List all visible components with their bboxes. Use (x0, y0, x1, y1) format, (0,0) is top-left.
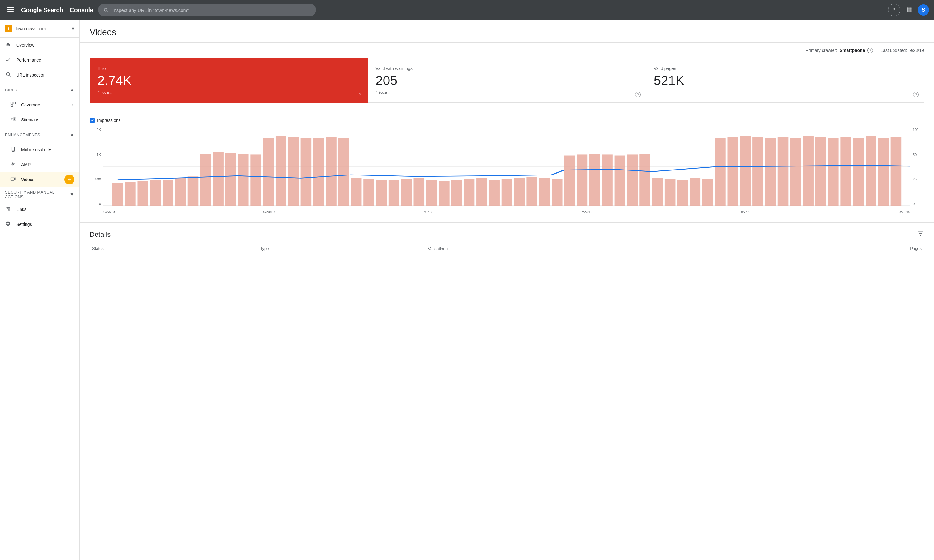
svg-rect-11 (910, 11, 911, 12)
property-dropdown-icon: ▾ (72, 25, 74, 32)
svg-rect-69 (527, 177, 537, 206)
details-title: Details (90, 231, 111, 238)
svg-rect-50 (288, 137, 299, 206)
svg-rect-41 (175, 178, 186, 206)
svg-rect-37 (125, 182, 136, 206)
svg-rect-68 (514, 178, 525, 206)
sort-icon: ↓ (447, 246, 449, 251)
svg-rect-70 (539, 178, 550, 206)
svg-rect-8 (910, 9, 911, 10)
user-avatar[interactable]: S (918, 5, 929, 15)
svg-rect-64 (464, 179, 475, 206)
svg-rect-87 (752, 137, 763, 206)
svg-rect-96 (866, 136, 876, 206)
svg-rect-85 (727, 137, 738, 206)
header-validation[interactable]: Validation ↓ (425, 246, 756, 251)
header-status: Status (90, 246, 257, 251)
apps-button[interactable] (903, 4, 916, 16)
sidebar-item-videos[interactable]: Videos (0, 172, 79, 187)
error-value: 2.74K (97, 74, 360, 88)
sidebar-item-amp[interactable]: AMP (0, 157, 79, 172)
impressions-checkbox[interactable] (90, 118, 95, 123)
y-left-500: 500 (95, 177, 101, 181)
back-button[interactable] (65, 175, 74, 185)
y-axis-right: 100 50 25 0 (912, 128, 924, 206)
index-section-header[interactable]: Index ▲ (0, 82, 79, 97)
search-bar[interactable] (98, 4, 316, 16)
enhancements-chevron-icon: ▲ (69, 132, 74, 137)
settings-label: Settings (16, 222, 32, 227)
error-help-icon[interactable]: ? (357, 92, 362, 97)
mobile-usability-label: Mobile usability (21, 147, 51, 152)
svg-rect-14 (11, 102, 13, 104)
valid-label: Valid pages (654, 66, 916, 71)
svg-rect-86 (740, 136, 751, 206)
sidebar-item-sitemaps[interactable]: Sitemaps (0, 112, 79, 127)
sidebar-item-links[interactable]: Links (0, 202, 79, 217)
filter-icon[interactable] (917, 230, 924, 238)
last-updated-value: 9/23/19 (909, 48, 924, 53)
impressions-label: Impressions (97, 118, 120, 123)
svg-rect-90 (790, 137, 801, 206)
home-icon (5, 42, 11, 49)
enhancements-section-header[interactable]: Enhancements ▲ (0, 127, 79, 142)
amp-label: AMP (21, 162, 31, 167)
svg-rect-65 (476, 178, 487, 206)
svg-rect-71 (552, 179, 563, 206)
sidebar-item-coverage[interactable]: Coverage 5 (0, 97, 79, 112)
svg-rect-62 (439, 182, 450, 206)
stat-card-valid[interactable]: Valid pages 521K ? (646, 58, 924, 103)
x-axis-labels: 6/23/19 6/29/19 7/7/19 7/23/19 8/7/19 9/… (103, 206, 910, 215)
header-actions: ? S (888, 4, 929, 16)
svg-rect-19 (14, 120, 15, 121)
svg-rect-40 (162, 180, 173, 206)
svg-rect-51 (301, 137, 311, 206)
error-issues: 4 issues (97, 90, 360, 95)
sidebar-item-url-inspection[interactable]: URL inspection (0, 68, 79, 82)
main-content: Videos Primary crawler: Smartphone ? Las… (80, 20, 934, 560)
sidebar-item-performance[interactable]: Performance (0, 52, 79, 68)
svg-rect-7 (908, 9, 909, 10)
sidebar-item-mobile-usability[interactable]: Mobile usability (0, 142, 79, 157)
svg-rect-93 (828, 137, 839, 206)
property-name: town-news.com (15, 26, 68, 31)
svg-rect-4 (908, 8, 909, 9)
svg-rect-80 (665, 179, 676, 206)
warnings-issues: 4 issues (376, 90, 638, 95)
stat-card-warnings[interactable]: Valid with warnings 205 4 issues ? (368, 58, 646, 103)
y-right-50: 50 (913, 153, 917, 157)
primary-crawler-label: Primary crawler: (806, 48, 837, 53)
svg-rect-9 (907, 11, 908, 12)
help-button[interactable]: ? (888, 4, 900, 16)
svg-point-23 (13, 150, 13, 151)
warnings-help-icon[interactable]: ? (635, 92, 641, 97)
chart-legend: Impressions (90, 118, 924, 123)
index-section-title: Index (5, 88, 67, 92)
svg-point-12 (6, 72, 10, 76)
svg-rect-76 (615, 155, 626, 206)
menu-icon[interactable] (5, 4, 16, 17)
coverage-label: Coverage (21, 102, 40, 107)
sidebar-item-overview[interactable]: Overview (0, 38, 79, 52)
stat-card-error[interactable]: Error 2.74K 4 issues ? (90, 58, 368, 103)
svg-rect-72 (564, 155, 575, 206)
links-icon (5, 206, 11, 213)
crawler-help-icon[interactable]: ? (868, 48, 873, 53)
svg-rect-54 (338, 137, 349, 206)
security-section-header[interactable]: Security and Manual actions ▼ (0, 187, 79, 202)
amp-icon (10, 161, 16, 168)
coverage-icon (10, 102, 16, 109)
svg-rect-48 (263, 137, 274, 206)
svg-rect-77 (627, 155, 638, 206)
sidebar-item-settings[interactable]: Settings (0, 217, 79, 232)
svg-rect-52 (313, 138, 324, 206)
chart-svg (103, 128, 910, 206)
valid-help-icon[interactable]: ? (913, 92, 919, 97)
search-input[interactable] (113, 8, 311, 13)
app-header: Google Search Console ? S (0, 0, 934, 20)
svg-rect-60 (413, 178, 424, 206)
svg-line-20 (12, 118, 14, 118)
svg-rect-36 (113, 183, 123, 206)
svg-rect-38 (137, 182, 148, 206)
property-selector[interactable]: t town-news.com ▾ (0, 20, 79, 38)
